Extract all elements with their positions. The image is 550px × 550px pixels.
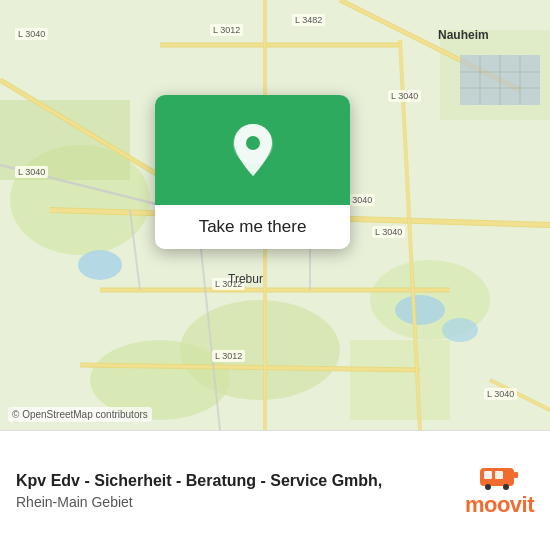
osm-attribution: © OpenStreetMap contributors [8,407,152,422]
moovit-bus-icon [478,464,520,492]
moovit-text: moovit [465,492,534,518]
svg-point-46 [503,484,509,490]
take-me-there-button[interactable]: Take me there [155,205,350,249]
svg-point-10 [442,318,478,342]
svg-rect-2 [0,100,130,180]
svg-point-9 [395,295,445,325]
svg-point-41 [246,136,260,150]
svg-rect-4 [350,340,450,420]
location-popup: Take me there [155,95,350,249]
location-pin-icon [230,122,276,178]
location-title: Kpv Edv - Sicherheit - Beratung - Servic… [16,471,453,492]
map-view: L 3040 L 3482 L 3012 L 3040 L 3040 L 304… [0,0,550,430]
info-bar: Kpv Edv - Sicherheit - Beratung - Servic… [0,430,550,550]
location-info: Kpv Edv - Sicherheit - Beratung - Servic… [16,471,453,510]
svg-rect-44 [495,471,503,479]
moovit-logo: moovit [465,464,534,518]
svg-point-8 [78,250,122,280]
location-subtitle: Rhein-Main Gebiet [16,494,453,510]
svg-rect-43 [484,471,492,479]
svg-point-45 [485,484,491,490]
popup-header [155,95,350,205]
svg-rect-47 [514,472,518,478]
